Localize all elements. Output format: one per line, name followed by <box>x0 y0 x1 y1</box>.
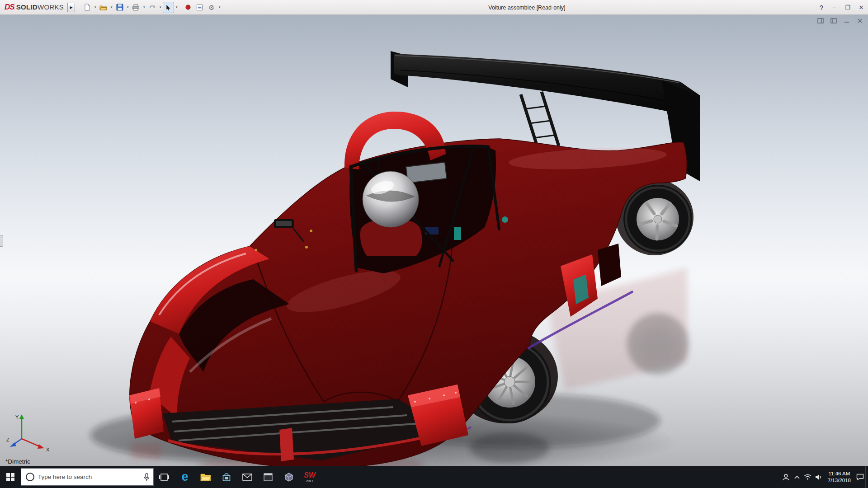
solidworks-window: DS SOLIDWORKS ▶ ▾ ▾ ▾ ▾ ▾ <box>0 0 868 488</box>
system-tray: 11:46 AM 7/13/2018 <box>781 466 868 488</box>
open-document-button[interactable] <box>98 2 109 13</box>
print-button[interactable] <box>130 2 142 13</box>
network-button[interactable] <box>802 466 813 488</box>
new-document-button[interactable] <box>81 2 93 13</box>
triad-x-label: X <box>46 447 50 452</box>
cube-app-button[interactable] <box>278 466 299 488</box>
record-button[interactable] <box>182 2 193 13</box>
maximize-button[interactable]: ❐ <box>841 0 854 15</box>
viewport-close-icon[interactable] <box>856 17 863 24</box>
search-input[interactable] <box>38 474 140 480</box>
design-binder-button[interactable] <box>194 2 205 13</box>
select-tool-caret[interactable]: ▾ <box>175 5 179 9</box>
view-orientation-label: *Dimetric <box>5 458 30 465</box>
new-document-caret[interactable]: ▾ <box>93 5 97 9</box>
print-caret[interactable]: ▾ <box>142 5 146 9</box>
brand-text: SOLIDWORKS <box>16 3 64 11</box>
clock-time: 11:46 AM <box>828 470 851 477</box>
mail-button[interactable] <box>237 466 258 488</box>
triad-z-label: Z <box>6 437 9 442</box>
feature-manager-collapsed-tab[interactable] <box>0 235 3 247</box>
design-binder-icon <box>196 4 203 11</box>
printer-icon <box>132 4 140 11</box>
open-folder-icon <box>99 4 107 11</box>
chevron-up-icon <box>794 475 800 479</box>
help-button[interactable]: ? <box>816 0 827 15</box>
store-button[interactable] <box>216 466 237 488</box>
file-explorer-icon <box>200 473 211 481</box>
edge-icon: e <box>181 471 188 483</box>
mail-envelope-icon <box>242 474 252 481</box>
solidworks-taskbar-button[interactable]: SW 2017 <box>299 466 320 488</box>
people-button[interactable] <box>781 466 792 488</box>
select-tool-button[interactable] <box>163 2 174 13</box>
options-button[interactable]: ⚙ <box>206 2 217 13</box>
solidworks-2017-icon: SW 2017 <box>304 472 316 483</box>
record-dot-icon <box>185 4 191 10</box>
graphics-viewport[interactable]: Y X Z *Dimetric <box>0 15 868 466</box>
document-title: Voiture assomblee [Read-only] <box>488 0 565 15</box>
orientation-triad: Y X Z <box>5 413 52 452</box>
windows-taskbar: e <box>0 466 868 488</box>
taskbar-search[interactable] <box>21 468 154 486</box>
windows-logo-icon <box>6 473 14 481</box>
microphone-icon[interactable] <box>144 473 150 481</box>
minimize-button[interactable]: – <box>827 0 841 15</box>
app-window-icon <box>264 473 273 481</box>
titlebar: DS SOLIDWORKS ▶ ▾ ▾ ▾ ▾ ▾ <box>0 0 868 15</box>
triad-y-label: Y <box>15 414 19 420</box>
solidworks-logo: DS SOLIDWORKS <box>0 3 67 12</box>
undo-caret[interactable]: ▾ <box>158 5 162 9</box>
tray-overflow-button[interactable] <box>792 466 802 488</box>
select-cursor-icon <box>165 4 171 11</box>
window-controls: ? – ❐ ✕ <box>816 0 868 15</box>
dassault-ds-logo-icon: DS <box>5 3 14 12</box>
volume-button[interactable] <box>813 466 824 488</box>
viewport-pane-icon[interactable] <box>830 17 837 24</box>
undo-arrow-icon <box>149 4 156 10</box>
show-desktop-button[interactable] <box>865 466 868 488</box>
store-bag-icon <box>222 473 231 482</box>
taskbar-clock[interactable]: 11:46 AM 7/13/2018 <box>824 470 854 484</box>
task-view-icon <box>159 473 169 481</box>
wing-supports <box>521 92 559 149</box>
options-caret[interactable]: ▾ <box>217 5 222 9</box>
open-document-caret[interactable]: ▾ <box>109 5 113 9</box>
save-floppy-icon <box>116 4 123 11</box>
cube-icon <box>284 473 293 482</box>
file-explorer-button[interactable] <box>195 466 216 488</box>
action-center-icon <box>856 474 864 480</box>
save-caret[interactable]: ▾ <box>126 5 130 9</box>
viewport-window-controls <box>817 17 863 24</box>
quick-access-toolbar: ▾ ▾ ▾ ▾ ▾ ▾ <box>81 2 222 13</box>
close-button[interactable]: ✕ <box>854 0 868 15</box>
app-window-button[interactable] <box>258 466 278 488</box>
save-button[interactable] <box>114 2 125 13</box>
new-document-icon <box>84 4 91 11</box>
viewport-minimize-icon[interactable] <box>843 17 850 24</box>
network-wifi-icon <box>804 474 811 480</box>
undo-button[interactable] <box>146 2 158 13</box>
speaker-icon <box>815 474 822 480</box>
people-icon <box>782 474 790 481</box>
3d-model-voiture[interactable] <box>0 15 868 466</box>
menu-flyout-button[interactable]: ▶ <box>67 3 75 12</box>
viewport-restore-icon[interactable] <box>817 17 824 24</box>
action-center-button[interactable] <box>854 466 865 488</box>
clock-date: 7/13/2018 <box>828 477 851 484</box>
edge-button[interactable]: e <box>175 466 195 488</box>
task-view-button[interactable] <box>154 466 175 488</box>
cortana-icon <box>26 473 34 481</box>
gear-icon: ⚙ <box>208 4 214 11</box>
start-button[interactable] <box>0 466 21 488</box>
